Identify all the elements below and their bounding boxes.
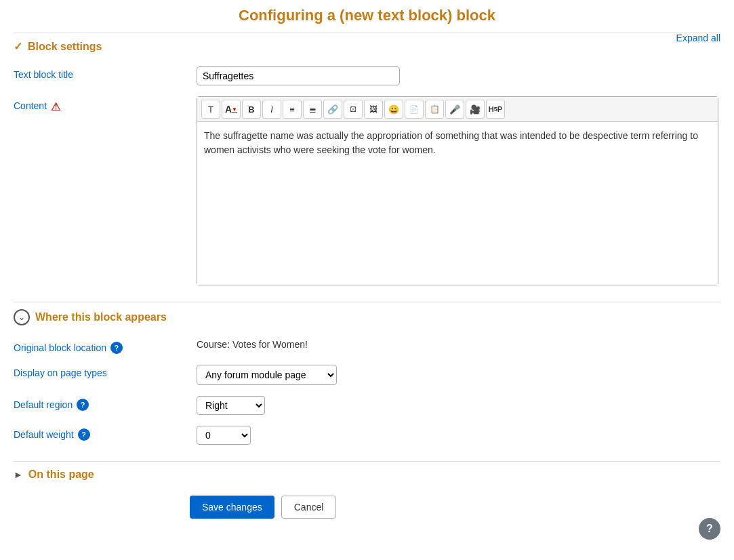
content-label: Content ⚠ bbox=[14, 96, 190, 113]
default-weight-help-icon[interactable]: ? bbox=[78, 428, 90, 441]
text-block-title-label-text: Text block title bbox=[14, 69, 73, 80]
default-region-select[interactable]: Left Right Center bbox=[197, 396, 265, 415]
on-this-page-chevron[interactable]: ► bbox=[14, 469, 23, 480]
display-page-types-select[interactable]: Any forum module page Any page Course pa… bbox=[197, 365, 337, 385]
record-video-button[interactable]: 🎥 bbox=[466, 100, 485, 119]
font-color-button[interactable]: A▼ bbox=[222, 100, 241, 119]
italic-button[interactable]: I bbox=[262, 100, 281, 119]
on-this-page-header: ► On this page bbox=[14, 468, 720, 481]
where-block-appears-section: ⌄ Where this block appears Original bloc… bbox=[14, 302, 720, 457]
text-block-title-row: Text block title bbox=[14, 61, 720, 91]
default-weight-control: -10 -5 0 5 10 bbox=[197, 426, 720, 445]
block-settings-header: ✓ Block settings bbox=[14, 40, 720, 53]
save-button[interactable]: Save changes bbox=[190, 496, 274, 519]
unlink-button[interactable]: ⛝ bbox=[344, 100, 363, 119]
block-settings-chevron[interactable]: ✓ bbox=[14, 40, 22, 53]
content-error-icon: ⚠ bbox=[51, 100, 60, 113]
content-row: Content ⚠ T A▼ B I ≡ ≣ 🔗 ⛝ 🖼 😀 bbox=[14, 91, 720, 291]
default-region-control: Left Right Center bbox=[197, 396, 720, 415]
text-block-title-label: Text block title bbox=[14, 66, 190, 80]
block-settings-title: Block settings bbox=[28, 41, 102, 53]
where-block-appears-chevron[interactable]: ⌄ bbox=[14, 309, 30, 325]
display-page-types-label-text: Display on page types bbox=[14, 367, 107, 378]
original-location-label: Original block location ? bbox=[14, 339, 190, 354]
default-region-row: Default region ? Left Right Center bbox=[14, 391, 720, 420]
record-audio-button[interactable]: 🎤 bbox=[445, 100, 464, 119]
editor-content[interactable]: The suffragette name was actually the ap… bbox=[197, 122, 718, 285]
text-block-title-input[interactable] bbox=[197, 66, 400, 85]
ordered-list-button[interactable]: ≣ bbox=[303, 100, 322, 119]
cancel-button[interactable]: Cancel bbox=[281, 496, 337, 519]
default-region-label: Default region ? bbox=[14, 396, 190, 411]
default-weight-select[interactable]: -10 -5 0 5 10 bbox=[197, 426, 251, 445]
copy-button[interactable]: 📋 bbox=[425, 100, 444, 119]
h5p-button[interactable]: H5P bbox=[486, 100, 505, 119]
original-location-help-icon[interactable]: ? bbox=[110, 342, 123, 354]
content-editor-area: T A▼ B I ≡ ≣ 🔗 ⛝ 🖼 😀 📄 📋 🎤 🎥 bbox=[197, 96, 720, 285]
image-button[interactable]: 🖼 bbox=[364, 100, 383, 119]
buttons-row: Save changes Cancel bbox=[190, 487, 720, 527]
text-block-title-control bbox=[197, 66, 720, 85]
editor-toolbar: T A▼ B I ≡ ≣ 🔗 ⛝ 🖼 😀 📄 📋 🎤 🎥 bbox=[197, 97, 718, 122]
on-this-page-section: ► On this page bbox=[14, 461, 720, 487]
on-this-page-title: On this page bbox=[28, 468, 94, 481]
expand-all-link[interactable]: Expand all bbox=[676, 33, 720, 43]
default-region-help-icon[interactable]: ? bbox=[77, 399, 89, 411]
bold-button[interactable]: B bbox=[242, 100, 261, 119]
unordered-list-button[interactable]: ≡ bbox=[283, 100, 302, 119]
original-location-row: Original block location ? Course: Votes … bbox=[14, 334, 720, 359]
default-weight-label-text: Default weight bbox=[14, 429, 74, 440]
block-settings-section: ✓ Block settings Text block title Conten… bbox=[14, 33, 720, 298]
content-label-text: Content bbox=[14, 100, 47, 111]
display-page-types-row: Display on page types Any forum module p… bbox=[14, 359, 720, 391]
format-button[interactable]: T bbox=[201, 100, 220, 119]
emoji-button[interactable]: 😀 bbox=[384, 100, 403, 119]
where-block-appears-header: ⌄ Where this block appears bbox=[14, 309, 720, 325]
default-weight-row: Default weight ? -10 -5 0 5 10 bbox=[14, 420, 720, 450]
media-button[interactable]: 📄 bbox=[405, 100, 424, 119]
where-block-appears-title: Where this block appears bbox=[35, 311, 167, 323]
link-button[interactable]: 🔗 bbox=[323, 100, 342, 119]
original-location-value: Course: Votes for Women! bbox=[197, 339, 720, 350]
original-location-label-text: Original block location bbox=[14, 342, 106, 353]
page-title: Configuring a (new text block) block bbox=[14, 7, 720, 24]
original-location-text: Course: Votes for Women! bbox=[197, 338, 308, 350]
display-page-types-label: Display on page types bbox=[14, 365, 190, 378]
editor-container: T A▼ B I ≡ ≣ 🔗 ⛝ 🖼 😀 📄 📋 🎤 🎥 bbox=[197, 96, 718, 285]
default-weight-label: Default weight ? bbox=[14, 426, 190, 441]
display-page-types-control: Any forum module page Any page Course pa… bbox=[197, 365, 720, 385]
default-region-label-text: Default region bbox=[14, 399, 73, 410]
